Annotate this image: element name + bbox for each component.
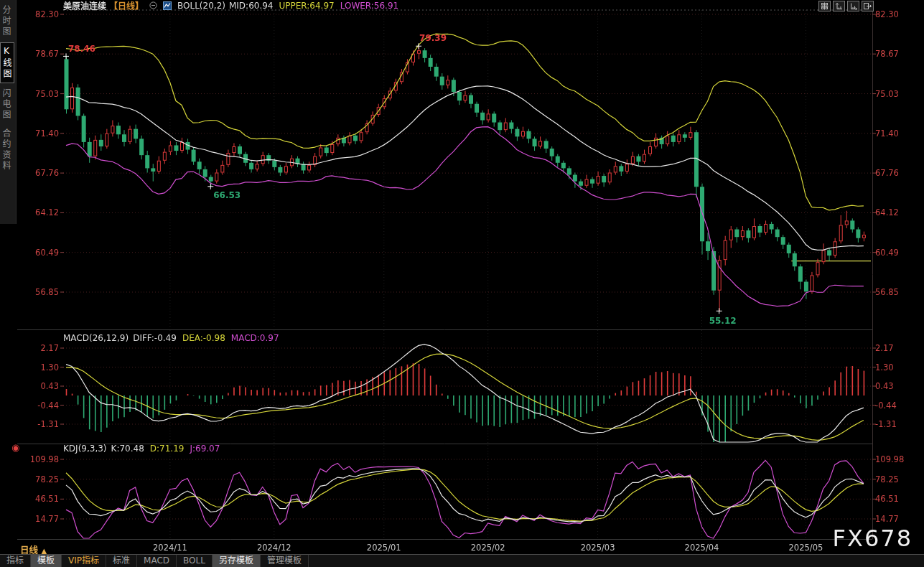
axis-tick-label-left: 82.30	[17, 9, 59, 19]
pan-tool-icon[interactable]	[818, 1, 831, 11]
axis-tick-label-right: 56.85	[875, 287, 917, 297]
sidebar-item-time-chart[interactable]: 分时图	[0, 2, 14, 40]
export-icon[interactable]	[862, 1, 874, 11]
date-label: 2024/11	[150, 543, 190, 553]
date-label: 2025/01	[364, 543, 404, 553]
axis-tick-label-right: -0.44	[875, 400, 917, 411]
tab-save-template[interactable]: 另存模板	[213, 555, 261, 567]
boll-lower-value: LOWER:56.91	[340, 1, 399, 11]
axis-tick-label-left: 56.85	[17, 287, 59, 297]
bottom-tab-bar: 指标模板VIP指标标准MACDBOLL另存模板管理模板	[0, 554, 924, 567]
indicator-icon[interactable]	[163, 1, 172, 10]
axis-tick-label-right: 2.17	[875, 343, 917, 353]
axis-tick-label-right: 46.51	[875, 494, 917, 504]
date-label: 2025/05	[785, 543, 826, 553]
minus-circle-icon[interactable]	[149, 1, 157, 9]
trading-chart-app: 分时图K线图闪电图合约资料 美原油连续 【日线】 BOLL(20,2) MID:…	[0, 0, 924, 567]
alert-icon[interactable]: ◉	[11, 442, 19, 453]
price-annotation: 78.46	[68, 44, 95, 54]
period-tag: 【日线】	[109, 0, 144, 11]
tab-manage-template[interactable]: 管理模板	[261, 555, 309, 567]
sidebar-item-kline-chart[interactable]: K线图	[0, 42, 14, 83]
axis-tick-label-right: 82.30	[875, 9, 917, 19]
axis-tick-label-right: 67.76	[875, 168, 917, 178]
date-label: 2025/04	[682, 543, 722, 553]
axis-tick-label-right: -1.31	[875, 419, 917, 429]
kdj-j-value: J:69.07	[190, 444, 220, 454]
axis-tick-label-left: 46.51	[17, 494, 59, 504]
axis-tick-label-left: 0.43	[17, 381, 59, 391]
boll-upper-value: UPPER:64.97	[279, 1, 334, 11]
time-axis-scale-icon[interactable]	[847, 1, 859, 11]
axis-tick-label-right: 14.77	[875, 514, 917, 524]
kdj-k-value: K:70.48	[111, 444, 144, 454]
axis-tick-label-left: 75.03	[17, 89, 59, 99]
watermark: FX678	[833, 525, 913, 552]
sidebar-item-flash-chart[interactable]: 闪电图	[0, 85, 14, 123]
date-label: 2024/12	[254, 543, 294, 553]
macd-macd-value: MACD:0.97	[231, 333, 279, 343]
kdj-header: KDJ(9,3,3) K:70.48 D:71.19 J:69.07	[63, 443, 220, 454]
macd-dea-value: DEA:-0.98	[182, 333, 225, 343]
chart-toolbar	[818, 1, 874, 11]
axis-tick-label-left: 67.76	[17, 168, 59, 178]
axis-tick-label-left: 2.17	[17, 343, 59, 353]
kdj-d-value: D:71.19	[150, 444, 185, 454]
tab-standard[interactable]: 标准	[106, 555, 137, 567]
axis-tick-label-right: 60.49	[875, 248, 917, 258]
axis-tick-label-right: 109.98	[875, 454, 917, 464]
axis-tick-label-right: 64.12	[875, 207, 917, 217]
price-axis-scale-icon[interactable]	[833, 1, 845, 11]
chart-canvas[interactable]	[0, 0, 924, 567]
sidebar-item-contract-info[interactable]: 合约资料	[0, 126, 14, 174]
price-annotation: 55.12	[709, 316, 737, 326]
axis-tick-label-left: 71.40	[17, 128, 59, 139]
axis-tick-label-right: 75.03	[875, 89, 917, 99]
tab-templates[interactable]: 模板	[31, 555, 62, 567]
macd-name: MACD(26,12,9)	[63, 333, 129, 343]
date-label: 2025/02	[468, 543, 508, 553]
date-label: 2025/03	[578, 543, 618, 553]
price-annotation: 79.39	[419, 33, 447, 43]
macd-diff-value: DIFF:-0.49	[133, 333, 177, 343]
tab-vip-indicators[interactable]: VIP指标	[62, 555, 106, 567]
axis-tick-label-right: 1.30	[875, 362, 917, 372]
main-chart-header: 美原油连续 【日线】 BOLL(20,2) MID:60.94 UPPER:64…	[63, 0, 398, 11]
macd-header: MACD(26,12,9) DIFF:-0.49 DEA:-0.98 MACD:…	[63, 332, 279, 344]
symbol-name: 美原油连续	[63, 0, 106, 11]
axis-tick-label-left: -1.31	[17, 419, 59, 429]
axis-tick-label-right: 78.25	[875, 474, 917, 484]
axis-tick-label-left: -0.44	[17, 400, 59, 411]
tab-boll[interactable]: BOLL	[177, 555, 213, 567]
axis-tick-label-left: 109.98	[17, 454, 59, 464]
axis-tick-label-left: 1.30	[17, 362, 59, 372]
tab-macd[interactable]: MACD	[137, 555, 177, 567]
axis-tick-label-left: 14.77	[17, 514, 59, 524]
boll-name: BOLL(20,2)	[177, 1, 225, 11]
axis-tick-label-right: 78.67	[875, 49, 917, 59]
axis-tick-label-left: 64.12	[17, 207, 59, 217]
axis-tick-label-left: 78.67	[17, 49, 59, 59]
sidebar: 分时图K线图闪电图合约资料	[0, 0, 17, 224]
axis-tick-label-left: 78.25	[17, 474, 59, 484]
tab-indicators[interactable]: 指标	[0, 555, 31, 567]
kdj-name: KDJ(9,3,3)	[63, 444, 107, 454]
price-annotation: 66.53	[213, 190, 241, 200]
axis-tick-label-right: 0.43	[875, 381, 917, 391]
axis-tick-label-right: 71.40	[875, 128, 917, 139]
axis-tick-label-left: 60.49	[17, 248, 59, 258]
boll-mid-value: MID:60.94	[229, 1, 274, 11]
